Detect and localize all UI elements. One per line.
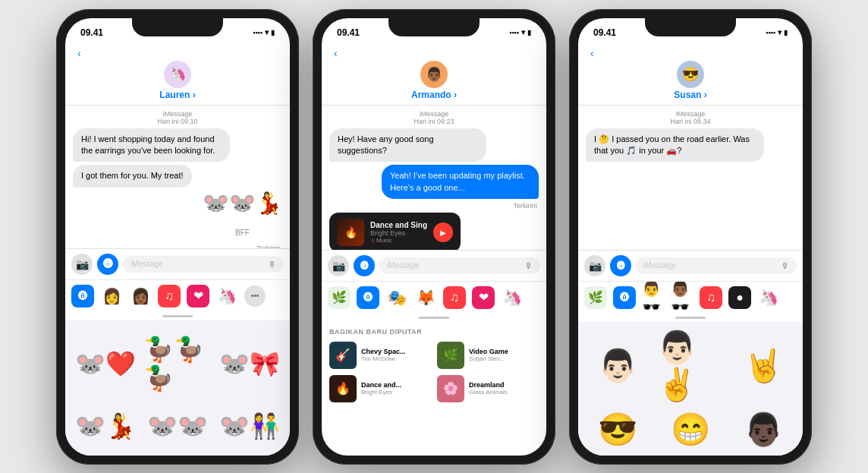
terkirim-2: Terkirim [329, 202, 539, 210]
status-icons-2: ▪▪▪▪ ▾ ▮ [509, 28, 531, 36]
wifi-icon-2: ▾ [521, 28, 525, 36]
shelf-photos-3[interactable]: 🌿 [584, 286, 607, 309]
album-title-3: Dance and... [361, 381, 401, 389]
shelf-unicorn-1[interactable]: 🦄 [215, 285, 238, 307]
avatar-1[interactable]: 🦄 [164, 61, 191, 88]
divider-3 [675, 317, 706, 319]
music-item-4[interactable]: 🌸 Dreamland Glass Animals [437, 375, 539, 402]
back-button-3[interactable]: ‹ [590, 47, 594, 59]
more-button-1[interactable]: ••• [244, 285, 266, 307]
msg-bubble-5: I 🤔 I passed you on the road earlier. Wa… [586, 128, 764, 162]
msg-row-3: Hey! Have any good song suggestions? [329, 128, 539, 166]
sticker-6[interactable]: 🐭👫 [216, 405, 284, 448]
nav-bar-3: ‹ 😎 Susan › [578, 44, 803, 106]
shelf-appstore-2[interactable]: 🅐 [357, 286, 379, 309]
contact-info-3: 😎 Susan › [590, 61, 791, 100]
music-grid: 🎸 Chevy Spac... Tim McGraw 🌿 Video Game … [329, 342, 539, 402]
camera-button-1[interactable]: 📷 [71, 254, 93, 275]
shelf-memoji4-3[interactable]: 👨🏾🕶️ [671, 286, 693, 309]
app-store-button-2[interactable]: 🅐 [354, 255, 375, 276]
messages-area-1: Hi! I went shopping today and found the … [65, 128, 290, 248]
shelf-appstore-3[interactable]: 🅐 [613, 286, 636, 309]
memoji-6[interactable]: 👨🏿 [730, 410, 797, 449]
memoji-2[interactable]: 👨🏻✌️ [657, 328, 724, 405]
input-row-1: 📷 🅐 iMessage 🎙 [71, 254, 284, 275]
sticker-3[interactable]: 🐭🎀 [216, 328, 284, 400]
notch-1 [132, 18, 223, 36]
input-row-3: 📷 🅐 iMessage 🎙 [584, 255, 797, 276]
music-item-3[interactable]: 🔥 Dance and... Bright Eyes [329, 375, 431, 402]
back-button-1[interactable]: ‹ [77, 47, 81, 59]
msg-row-1: Hi! I went shopping today and found the … [73, 128, 282, 166]
shelf-unicorn-2[interactable]: 🦄 [501, 286, 524, 309]
shelf-heart-1[interactable]: ❤ [187, 285, 209, 307]
album-info-2: Video Game Sufjan Stev... [469, 348, 508, 362]
sticker-1[interactable]: 🐭❤️ [71, 328, 139, 400]
album-artist-4: Glass Animals [469, 389, 508, 396]
shelf-unicorn-3[interactable]: 🦄 [757, 286, 780, 309]
imessage-input-1[interactable]: iMessage 🎙 [123, 256, 284, 273]
music-item-2[interactable]: 🌿 Video Game Sufjan Stev... [437, 342, 539, 369]
shelf-memoji-3[interactable]: 👨🕶️ [642, 286, 665, 309]
contact-info-1: 🦄 Lauren › [77, 61, 278, 100]
phone-susan: 09.41 ▪▪▪▪ ▾ ▮ ‹ 😎 Susan › [569, 9, 812, 465]
shelf-memoji-2[interactable]: 🎭 [385, 286, 408, 309]
contact-name-2[interactable]: Armando › [411, 90, 457, 100]
shelf-memoji-1[interactable]: 👩 [100, 285, 123, 307]
shelf-fox-2[interactable]: 🦊 [414, 286, 437, 309]
music-artist-1: Bright Eyes [370, 229, 427, 237]
shelf-photos-2[interactable]: 🌿 [328, 286, 351, 309]
phones-container: 09.41 ▪▪▪▪ ▾ ▮ ‹ 🦄 Lauren › [49, 2, 819, 472]
contact-name-3[interactable]: Susan › [674, 90, 706, 100]
battery-icon-2: ▮ [527, 29, 531, 36]
music-card-1[interactable]: 🔥 Dance and Sing Bright Eyes ♫ Music ▶ [329, 213, 461, 249]
app-store-button-1[interactable]: 🅐 [97, 254, 118, 275]
sticker-2[interactable]: 🦆🦆🦆 [143, 328, 211, 400]
music-info-1: Dance and Sing Bright Eyes ♫ Music [370, 221, 427, 244]
play-button-1[interactable]: ▶ [433, 222, 453, 242]
time-3: 09.41 [593, 27, 616, 38]
album-artist-3: Bright Eyes [361, 389, 401, 396]
memoji-4[interactable]: 😎 [584, 410, 651, 449]
divider-1 [162, 315, 193, 317]
time-2: 09.41 [337, 27, 360, 38]
camera-button-2[interactable]: 📷 [328, 255, 349, 276]
shelf-heart-2[interactable]: ❤ [472, 286, 495, 309]
shelf-music-1[interactable]: ♫ [158, 285, 181, 307]
music-source-1: ♫ Music [370, 237, 427, 244]
music-item-1[interactable]: 🎸 Chevy Spac... Tim McGraw [329, 342, 431, 369]
shelf-memoji2-1[interactable]: 👩🏾 [129, 285, 152, 307]
imessage-input-3[interactable]: iMessage 🎙 [636, 257, 797, 274]
sticker-5[interactable]: 🐭🐭 [143, 405, 211, 448]
album-thumb-2: 🌿 [437, 342, 464, 369]
signal-icon-3: ▪▪▪▪ [766, 29, 775, 36]
album-title-1: Chevy Spac... [361, 348, 406, 355]
battery-icon-3: ▮ [784, 29, 788, 36]
avatar-2[interactable]: 👨🏾 [420, 61, 448, 88]
signal-icon-2: ▪▪▪▪ [509, 29, 519, 36]
shelf-appstore-1[interactable]: 🅐 [71, 285, 94, 307]
back-button-2[interactable]: ‹ [334, 47, 338, 59]
shelf-black-3[interactable]: ● [728, 286, 751, 309]
nav-top-2: ‹ [334, 47, 534, 59]
contact-name-1[interactable]: Lauren › [159, 90, 195, 100]
mic-icon-3: 🎙 [781, 261, 789, 270]
imessage-input-2[interactable]: iMessage 🎙 [379, 257, 540, 274]
shelf-music-3[interactable]: ♫ [700, 286, 722, 309]
app-shelf-1: 🅐 👩 👩🏾 ♫ ❤ 🦄 ••• [65, 279, 290, 312]
app-shelf-3: 🌿 🅐 👨🕶️ 👨🏾🕶️ ♫ ● 🦄 [578, 281, 803, 314]
phone-lauren: 09.41 ▪▪▪▪ ▾ ▮ ‹ 🦄 Lauren › [56, 9, 299, 465]
memoji-1[interactable]: 👨🏻 [584, 328, 651, 405]
music-thumb-1: 🔥 [337, 219, 364, 246]
avatar-3[interactable]: 😎 [677, 61, 704, 88]
sticker-4[interactable]: 🐭💃 [71, 405, 139, 448]
shelf-music-2[interactable]: ♫ [443, 286, 466, 309]
memoji-3[interactable]: 🤘 [730, 328, 797, 405]
camera-button-3[interactable]: 📷 [584, 255, 605, 276]
album-artist-2: Sufjan Stev... [469, 355, 508, 362]
album-thumb-1: 🎸 [329, 342, 357, 369]
messages-area-3: I 🤔 I passed you on the road earlier. Wa… [578, 128, 803, 250]
memoji-5[interactable]: 😁 [657, 410, 724, 449]
app-store-button-3[interactable]: 🅐 [610, 255, 631, 276]
album-info-1: Chevy Spac... Tim McGraw [361, 348, 406, 362]
